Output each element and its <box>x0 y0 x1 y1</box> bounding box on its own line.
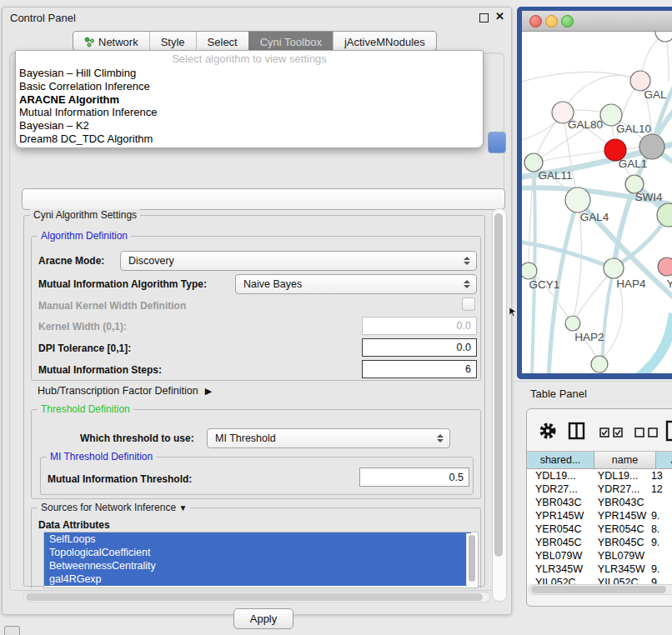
control-panel-body: Cyni Algorithm Settings Algorithm Defini… <box>9 52 504 591</box>
manual-kernel-label: Manual Kernel Width Definition <box>38 300 186 312</box>
settings-viewport: Cyni Algorithm Settings Algorithm Defini… <box>20 207 492 600</box>
dropdown-item-mutual-information-inference[interactable]: Mutual Information Inference <box>19 106 479 119</box>
mi-threshold-group-title: MI Threshold Definition <box>47 451 156 462</box>
node-label-gcy1: GCY1 <box>529 278 560 291</box>
minimized-panel-icon[interactable] <box>4 626 20 635</box>
tab-cyni-toolbox[interactable]: Cyni Toolbox <box>248 32 333 50</box>
table-row[interactable]: YIL052CYIL052C9 <box>527 576 672 584</box>
network-node-gal4[interactable] <box>565 188 590 212</box>
which-threshold-combobox[interactable]: MI Threshold <box>207 428 450 448</box>
table-horizontal-scrollbar[interactable] <box>529 584 672 595</box>
table-row[interactable]: YPR145WYPR145W9. <box>527 509 672 522</box>
dropdown-item-aracne-algorithm[interactable]: ARACNE Algorithm <box>19 93 479 107</box>
table-row[interactable]: YDL19...YDL19...13 <box>527 469 672 482</box>
table-cell: YBL079W <box>527 549 591 562</box>
column-header-a[interactable]: A <box>656 451 672 469</box>
table-cell: YER054C <box>527 522 591 536</box>
table-cell: 13 <box>649 469 672 482</box>
aracne-mode-combobox[interactable]: Discovery <box>120 251 477 271</box>
threshold-definition-title: Threshold Definition <box>38 403 133 415</box>
gear-icon[interactable] <box>537 420 559 442</box>
column-header-shared[interactable]: shared... <box>527 451 594 469</box>
table-cell: YBL079W <box>591 549 649 562</box>
attribute-item-selfloops[interactable]: SelfLoops <box>44 532 471 546</box>
network-node[interactable] <box>655 32 672 42</box>
hub-definition-section[interactable]: Hub/Transcription Factor Definition▶ <box>38 385 212 397</box>
collapse-arrow-icon[interactable]: ▼ <box>178 503 187 512</box>
node-label-hap4: HAP4 <box>616 278 646 290</box>
column-header-name[interactable]: name <box>594 451 656 469</box>
network-node-hap2[interactable] <box>565 316 580 331</box>
tab-network[interactable]: Network <box>73 32 149 50</box>
dpi-tolerance-label: DPI Tolerance [0,1]: <box>38 342 131 354</box>
node-label-gal80: GAL80 <box>568 118 603 131</box>
node-label-swi4: SWI4 <box>634 191 662 203</box>
network-node[interactable] <box>639 134 664 159</box>
kernel-width-field[interactable]: 0.0 <box>362 317 477 335</box>
cyni-algorithm-settings-group: Cyni Algorithm Settings Algorithm Defini… <box>23 215 485 587</box>
mi-type-value: Naive Bayes <box>243 278 302 290</box>
dropdown-item-basic-correlation-inference[interactable]: Basic Correlation Inference <box>19 80 479 93</box>
attribute-item-betweennesscentrality[interactable]: BetweennessCentrality <box>44 559 471 572</box>
close-icon[interactable]: ✕ <box>495 10 504 22</box>
settings-horizontal-scrollbar[interactable] <box>23 592 490 602</box>
node-label-y: Y <box>666 278 672 290</box>
attribute-item-topologicalcoefficient[interactable]: TopologicalCoefficient <box>44 546 471 559</box>
network-node[interactable] <box>591 356 608 372</box>
float-window-icon[interactable] <box>479 13 489 22</box>
control-panel-tabs: NetworkStyleSelectCyni ToolboxjActiveMNo… <box>73 31 437 51</box>
checkbox-unchecked-pair-icon[interactable] <box>634 428 661 438</box>
manual-kernel-checkbox[interactable] <box>462 298 475 311</box>
table-cell: YPR145W <box>527 509 591 522</box>
attribute-item-gal4rgexp[interactable]: gal4RGexp <box>44 572 471 586</box>
mi-type-combobox[interactable]: Naive Bayes <box>235 274 477 294</box>
network-window-titlebar[interactable] <box>522 11 672 32</box>
table-row[interactable]: YER054CYER054C8. <box>527 522 672 536</box>
mi-type-label: Mutual Information Algorithm Type: <box>38 278 207 290</box>
table-row[interactable]: YBL079WYBL079W <box>527 549 672 562</box>
mi-threshold-field[interactable]: 0.5 <box>359 468 469 487</box>
expand-arrow-icon[interactable]: ▶ <box>205 386 212 397</box>
control-panel-window: Control Panel ✕ NetworkStyleSelectCyni T… <box>2 7 512 615</box>
dpi-tolerance-field[interactable]: 0.0 <box>362 338 477 357</box>
mi-steps-label: Mutual Information Steps: <box>38 364 162 376</box>
table-cell: YIL052C <box>591 576 649 584</box>
network-node-hap4[interactable] <box>604 258 624 278</box>
dropdown-item-dream8-dc-tdc-algorithm[interactable]: Dream8 DC_TDC Algorithm <box>19 132 479 146</box>
kernel-width-label: Kernel Width (0,1): <box>38 321 127 332</box>
tab-style[interactable]: Style <box>149 32 196 50</box>
table-row[interactable]: YBR043CYBR043C <box>527 496 672 509</box>
traffic-light-close[interactable] <box>529 15 542 28</box>
network-canvas[interactable]: GALGAL80GAL10GAL1GAL11SWI4GAL4GCY1HAP4YH… <box>522 32 672 373</box>
table-cell: YBR045C <box>527 536 591 549</box>
network-node-y[interactable] <box>658 258 672 276</box>
combo-spinner-icon <box>464 257 470 265</box>
network-node-gcy1[interactable] <box>522 262 537 279</box>
traffic-light-minimize[interactable] <box>545 15 558 28</box>
mi-steps-field[interactable]: 6 <box>362 360 477 378</box>
columns-icon[interactable] <box>568 422 586 440</box>
dropdown-item-bayesian-hill-climbing[interactable]: Bayesian – Hill Climbing <box>19 67 479 80</box>
table-cell: 9 <box>649 576 672 584</box>
tab-select[interactable]: Select <box>196 32 248 50</box>
threshold-definition-group: Threshold Definition Which threshold to … <box>31 409 481 499</box>
mi-threshold-label: Mutual Information Threshold: <box>48 473 192 485</box>
checkbox-checked-pair-icon[interactable] <box>599 428 626 438</box>
table-row[interactable]: YDR27...YDR27...12 <box>527 482 672 496</box>
table-cell: 9. <box>649 536 672 549</box>
table-row[interactable]: YLR345WYLR345W9. <box>527 562 672 576</box>
attributes-scrollbar[interactable] <box>466 533 477 587</box>
tab-label: jActiveMNodules <box>344 36 425 48</box>
table-cell: YPR145W <box>591 509 649 522</box>
dropdown-prompt: Select algorithm to view settings <box>16 52 483 65</box>
table-cell: YIL052C <box>527 576 591 584</box>
traffic-light-zoom[interactable] <box>561 15 574 28</box>
file-icon[interactable] <box>665 420 672 442</box>
apply-button[interactable]: Apply <box>233 608 293 629</box>
settings-vertical-scrollbar[interactable] <box>492 208 507 602</box>
dropdown-item-bayesian-k2[interactable]: Bayesian – K2 <box>19 119 479 132</box>
tab-jactivemnodules[interactable]: jActiveMNodules <box>333 32 436 50</box>
table-cell: YDL19... <box>591 469 649 482</box>
aracne-mode-value: Discovery <box>128 255 174 267</box>
table-row[interactable]: YBR045CYBR045C9. <box>527 536 672 549</box>
